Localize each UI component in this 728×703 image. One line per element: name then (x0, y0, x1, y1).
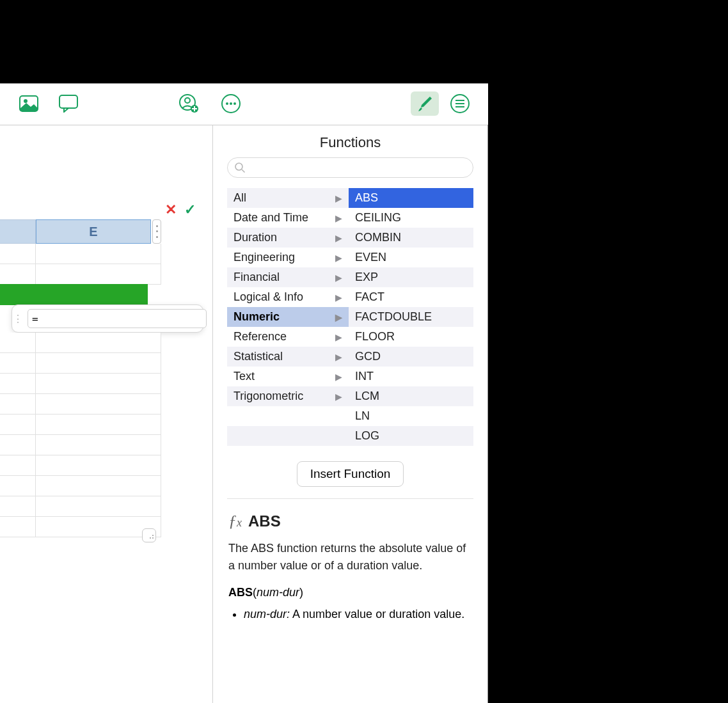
category-item[interactable]: Statistical▶ (227, 347, 349, 367)
search-input[interactable] (228, 158, 473, 177)
organize-circle-icon[interactable] (449, 93, 471, 115)
category-label: Trigonometric (233, 390, 303, 403)
fx-icon: ƒx (228, 512, 242, 531)
category-item-empty (227, 426, 349, 446)
category-label: Engineering (233, 251, 295, 264)
category-label: Text (233, 370, 255, 383)
chevron-right-icon: ▶ (335, 253, 342, 263)
svg-point-15 (150, 537, 151, 539)
search-field[interactable] (227, 157, 473, 178)
function-item[interactable]: LCM (349, 386, 473, 406)
category-item[interactable]: Numeric▶ (227, 307, 349, 327)
category-item[interactable]: Reference▶ (227, 327, 349, 347)
chevron-right-icon: ▶ (335, 312, 342, 322)
app-window: ✕ ✓ E ⋮ ✕ (0, 83, 488, 703)
collaborate-icon[interactable] (178, 93, 200, 115)
argument-item: num-dur: A number value or duration valu… (244, 606, 472, 623)
category-item[interactable]: Engineering▶ (227, 248, 349, 267)
chevron-right-icon: ▶ (335, 292, 342, 303)
function-item[interactable]: CEILING (349, 208, 473, 228)
svg-point-7 (226, 102, 228, 105)
callout-line (493, 693, 502, 694)
cancel-button[interactable]: ✕ (164, 203, 178, 217)
chevron-right-icon: ▶ (335, 372, 342, 382)
function-item[interactable]: COMBIN (349, 228, 473, 248)
column-header-blank[interactable] (0, 219, 36, 244)
function-list: ABSCEILINGCOMBINEVENEXPFACTFACTDOUBLEFLO… (349, 188, 473, 446)
function-item[interactable]: ABS (349, 188, 473, 208)
svg-rect-13 (455, 106, 464, 107)
callout-line (493, 618, 502, 619)
table-resize-handle[interactable] (142, 528, 156, 542)
function-item[interactable]: INT (349, 367, 473, 386)
format-paintbrush-icon[interactable] (411, 91, 439, 116)
spreadsheet-area: ✕ ✓ E ⋮ ✕ (0, 125, 212, 703)
svg-rect-2 (59, 95, 77, 108)
category-label: Reference (233, 330, 287, 344)
svg-line-18 (242, 170, 245, 173)
function-item[interactable]: LOG (349, 426, 473, 446)
formula-editor: ⋮ ✕ ✓ (12, 304, 203, 333)
function-item[interactable]: EVEN (349, 248, 473, 267)
svg-point-8 (230, 102, 232, 105)
callout-line (436, 56, 437, 87)
search-icon (234, 162, 246, 173)
function-item[interactable]: LN (349, 406, 473, 426)
formula-input[interactable] (28, 309, 207, 328)
function-item[interactable]: FLOOR (349, 327, 473, 347)
callout-line (501, 546, 502, 693)
function-item[interactable]: GCD (349, 347, 473, 367)
detail-function-name: ABS (248, 512, 281, 530)
chevron-right-icon: ▶ (335, 391, 342, 402)
drag-handle-icon[interactable]: ⋮ (12, 313, 24, 325)
category-label: Numeric (233, 310, 280, 324)
argument-list: num-dur: A number value or duration valu… (228, 606, 472, 623)
function-item[interactable]: FACT (349, 287, 473, 307)
function-browser: All▶Date and Time▶Duration▶Engineering▶F… (213, 188, 487, 456)
chevron-right-icon: ▶ (335, 233, 342, 243)
category-item[interactable]: Trigonometric▶ (227, 386, 349, 406)
functions-panel: Functions All▶Date and Time▶Duration▶Eng… (212, 125, 487, 703)
category-item[interactable]: Logical & Info▶ (227, 287, 349, 307)
detail-description: The ABS function returns the absolute va… (228, 540, 472, 574)
function-item[interactable]: EXP (349, 267, 473, 287)
svg-point-17 (235, 163, 242, 170)
callout-line (493, 347, 502, 349)
function-item[interactable]: FACTDOUBLE (349, 307, 473, 327)
comment-icon[interactable] (58, 93, 79, 115)
column-header-e[interactable]: E (36, 219, 151, 244)
svg-point-4 (185, 98, 190, 103)
toolbar (0, 84, 488, 125)
column-resize-handle[interactable] (152, 219, 161, 244)
chevron-right-icon: ▶ (335, 193, 342, 203)
chevron-right-icon: ▶ (335, 352, 342, 362)
chevron-right-icon: ▶ (335, 332, 342, 342)
category-label: Duration (233, 231, 277, 244)
category-label: All (233, 191, 246, 205)
category-item-empty (227, 406, 349, 426)
chevron-right-icon: ▶ (335, 213, 342, 223)
cell-grid-upper (0, 244, 161, 285)
column-header-label: E (89, 225, 97, 239)
svg-rect-11 (455, 100, 464, 101)
category-label: Financial (233, 271, 280, 284)
selected-data-cell[interactable] (0, 284, 148, 305)
category-item[interactable]: All▶ (227, 188, 349, 208)
cell-grid-lower (0, 333, 161, 537)
callout-line (493, 546, 502, 547)
category-item[interactable]: Date and Time▶ (227, 208, 349, 228)
detail-signature: ABS(num-dur) (228, 586, 472, 599)
accept-button[interactable]: ✓ (183, 203, 197, 217)
category-item[interactable]: Financial▶ (227, 267, 349, 287)
category-label: Date and Time (233, 211, 308, 225)
category-item[interactable]: Duration▶ (227, 228, 349, 248)
media-icon[interactable] (18, 93, 40, 115)
svg-point-16 (152, 537, 154, 539)
svg-point-9 (233, 102, 236, 105)
insert-function-button[interactable]: Insert Function (297, 461, 404, 487)
panel-title: Functions (213, 125, 487, 157)
more-icon[interactable] (220, 93, 242, 115)
chevron-right-icon: ▶ (335, 273, 342, 283)
category-item[interactable]: Text▶ (227, 367, 349, 386)
svg-point-1 (24, 99, 28, 103)
